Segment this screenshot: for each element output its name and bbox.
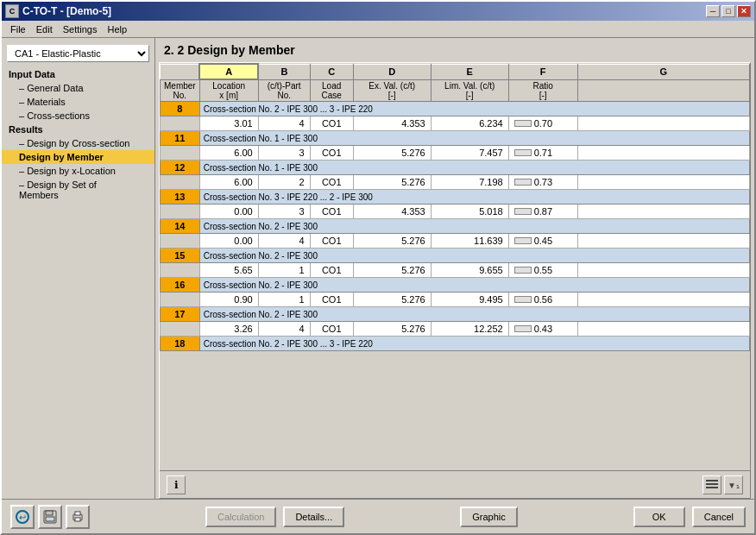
ca-dropdown[interactable]: CA1 - Elastic-Plastic xyxy=(7,45,149,62)
sidebar-item-materials[interactable]: – Materials xyxy=(2,95,154,109)
ratio-value: 0.70 xyxy=(534,118,552,129)
data-cell: 3 xyxy=(258,146,310,160)
col-header-d: D xyxy=(353,64,431,79)
table-row: 11Cross-section No. 1 - IPE 300 xyxy=(161,131,750,146)
menu-help[interactable]: Help xyxy=(102,22,132,36)
results-label: Results xyxy=(2,123,154,136)
close-button[interactable]: ✕ xyxy=(737,5,751,17)
titlebar-buttons: ─ □ ✕ xyxy=(706,5,751,17)
data-table: A B C D E F G MemberNo. Locationx [m] xyxy=(160,63,750,351)
graphic-button[interactable]: Graphic xyxy=(460,507,518,527)
table-container: A B C D E F G MemberNo. Locationx [m] xyxy=(159,62,751,499)
maximize-button[interactable]: □ xyxy=(721,5,735,17)
table-row: 15Cross-section No. 2 - IPE 300 xyxy=(161,249,750,263)
save-icon-btn[interactable] xyxy=(38,505,62,529)
data-cell: 4.353 xyxy=(353,116,431,131)
bottom-toolbar: ↩ Calculation Details... Graphic OK Canc… xyxy=(2,499,754,533)
data-cell: CO1 xyxy=(310,205,353,219)
section-desc-cell: Cross-section No. 2 - IPE 300 xyxy=(199,249,749,263)
data-cell: 1 xyxy=(258,263,310,278)
print-icon-btn[interactable] xyxy=(66,505,90,529)
table-row: 18Cross-section No. 2 - IPE 300 ... 3 - … xyxy=(161,337,750,351)
data-cell: 4 xyxy=(258,116,310,131)
data-cell: 5.65 xyxy=(199,263,258,278)
sub-header-lim-val: Lim. Val. (c/t)[-] xyxy=(431,79,508,102)
sidebar-item-design-cross-section[interactable]: – Design by Cross-section xyxy=(2,136,154,150)
data-cell: 3 xyxy=(258,205,310,219)
data-cell: 9.655 xyxy=(431,263,508,278)
dropdown-container: CA1 - Elastic-Plastic xyxy=(2,41,154,66)
ratio-value: 0.56 xyxy=(534,294,552,305)
cancel-button[interactable]: Cancel xyxy=(692,507,746,527)
svg-text:▼₁: ▼₁ xyxy=(728,481,740,490)
ratio-value: 0.43 xyxy=(534,324,552,334)
section-desc-cell: Cross-section No. 2 - IPE 300 ... 3 - IP… xyxy=(199,337,749,351)
data-cell: 5.276 xyxy=(353,175,431,190)
data-cell: 5.276 xyxy=(353,146,431,160)
sidebar-item-cross-sections[interactable]: – Cross-sections xyxy=(2,109,154,123)
ratio-cell: 0.55 xyxy=(514,265,572,275)
data-cell xyxy=(161,263,200,278)
data-cell: 5.276 xyxy=(353,322,431,337)
section-desc-cell: Cross-section No. 1 - IPE 300 xyxy=(199,160,749,175)
data-cell: 4.353 xyxy=(353,205,431,219)
sub-header-load-case: LoadCase xyxy=(310,79,353,102)
menu-edit[interactable]: Edit xyxy=(31,22,58,36)
data-cell xyxy=(577,263,749,278)
data-cell: CO1 xyxy=(310,293,353,307)
data-cell: 5.276 xyxy=(353,263,431,278)
ok-button[interactable]: OK xyxy=(633,507,685,527)
table-data-row: 6.003CO15.2767.4570.71 xyxy=(161,146,750,160)
menu-file[interactable]: File xyxy=(5,22,31,36)
col-header-g: G xyxy=(577,64,749,79)
data-cell xyxy=(577,175,749,190)
filter-icon-btn[interactable]: ▼₁ xyxy=(724,475,743,494)
back-icon-btn[interactable]: ↩ xyxy=(10,505,35,529)
table-data-row: 0.004CO15.27611.6390.45 xyxy=(161,234,750,249)
input-data-label: Input Data xyxy=(2,67,154,81)
ratio-value: 0.55 xyxy=(534,265,552,275)
left-panel: CA1 - Elastic-Plastic Input Data – Gener… xyxy=(2,38,155,499)
data-cell: 0.87 xyxy=(508,205,577,219)
section-desc-cell: Cross-section No. 2 - IPE 300 ... 3 - IP… xyxy=(199,102,749,116)
data-cell: 0.45 xyxy=(508,234,577,249)
member-no-cell: 13 xyxy=(161,190,200,205)
data-cell: 11.639 xyxy=(431,234,508,249)
calculation-button[interactable]: Calculation xyxy=(205,507,276,527)
content-area: CA1 - Elastic-Plastic Input Data – Gener… xyxy=(2,38,754,499)
sidebar-item-design-x-location[interactable]: – Design by x-Location xyxy=(2,164,154,178)
menu-settings[interactable]: Settings xyxy=(58,22,103,36)
data-cell xyxy=(577,146,749,160)
data-cell: 6.00 xyxy=(199,146,258,160)
data-cell: 2 xyxy=(258,175,310,190)
ratio-cell: 0.87 xyxy=(514,206,572,217)
data-cell xyxy=(577,116,749,131)
ratio-cell: 0.56 xyxy=(514,294,572,305)
member-no-cell: 16 xyxy=(161,278,200,293)
data-cell: 4 xyxy=(258,234,310,249)
table-data-row: 0.901CO15.2769.4950.56 xyxy=(161,293,750,307)
data-cell: 0.70 xyxy=(508,116,577,131)
data-cell: 1 xyxy=(258,293,310,307)
data-cell xyxy=(577,234,749,249)
window-title: C-TO-T - [Demo-5] xyxy=(22,5,111,17)
right-panel: 2. 2 Design by Member A B C D E xyxy=(155,38,754,499)
sidebar-item-design-set-members[interactable]: – Design by Set of Members xyxy=(2,178,154,202)
bottom-left-icons: ↩ xyxy=(10,505,90,529)
sidebar-item-general-data[interactable]: – General Data xyxy=(2,81,154,95)
svg-text:↩: ↩ xyxy=(19,513,26,522)
table-scroll[interactable]: A B C D E F G MemberNo. Locationx [m] xyxy=(160,63,750,470)
table-data-row: 3.264CO15.27612.2520.43 xyxy=(161,322,750,337)
sidebar-item-design-member[interactable]: Design by Member xyxy=(2,150,154,164)
list-icon-btn[interactable] xyxy=(702,475,721,494)
data-cell xyxy=(161,322,200,337)
sub-header-ratio: Ratio[-] xyxy=(508,79,577,102)
data-cell: 0.00 xyxy=(199,234,258,249)
data-cell: CO1 xyxy=(310,263,353,278)
ratio-value: 0.87 xyxy=(534,206,552,217)
member-no-cell: 17 xyxy=(161,307,200,322)
table-row: 16Cross-section No. 2 - IPE 300 xyxy=(161,278,750,293)
details-button[interactable]: Details... xyxy=(283,507,344,527)
minimize-button[interactable]: ─ xyxy=(706,5,720,17)
info-icon-btn[interactable]: ℹ xyxy=(167,475,186,494)
